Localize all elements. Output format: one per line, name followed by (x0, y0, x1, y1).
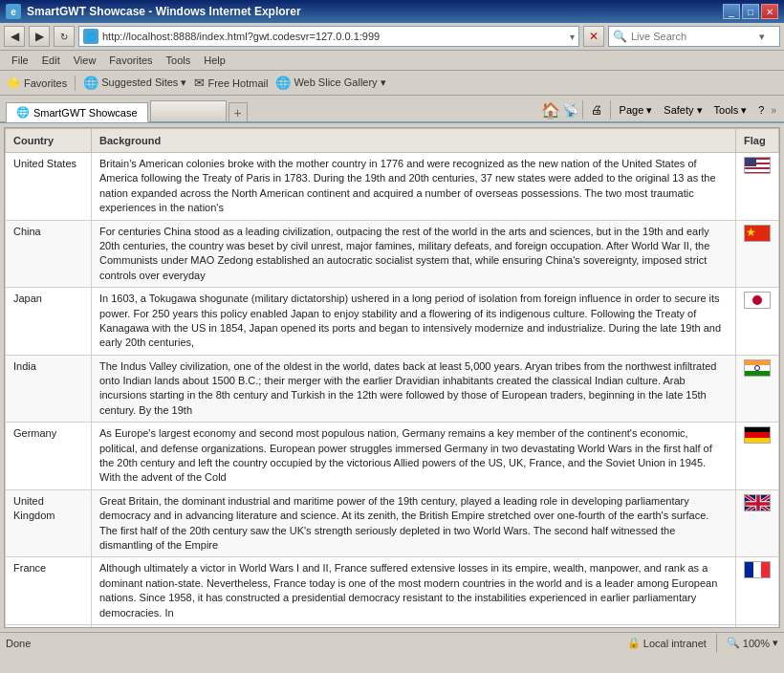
status-zone: 🔒 Local intranet (627, 637, 707, 649)
suggested-sites-button[interactable]: 🌐 Suggested Sites ▾ (83, 76, 186, 90)
flag-china: ★ (744, 225, 771, 242)
table-row: United StatesBritain's American colonies… (6, 153, 779, 221)
search-input[interactable] (631, 31, 755, 42)
background-cell: For centuries China stood as a leading c… (92, 220, 736, 288)
help-button[interactable]: ? (753, 101, 769, 119)
stop-button[interactable]: ✕ (583, 26, 604, 47)
flag-cell (736, 153, 779, 221)
flag-cell: ★ (736, 220, 779, 288)
free-hotmail-button[interactable]: ✉ Free Hotmail (194, 76, 268, 90)
app-icon: e (6, 4, 21, 19)
web-slice-label: Web Slice Gallery ▾ (294, 76, 385, 89)
address-field: 🌐 http://localhost:8888/index.html?gwt.c… (78, 26, 579, 47)
close-button[interactable]: ✕ (761, 4, 778, 19)
tab-empty (150, 100, 227, 121)
zoom-icon: 🔍 (727, 637, 740, 649)
flag-cell (736, 423, 779, 490)
minimize-button[interactable]: _ (723, 4, 740, 19)
toolbar-sep-1 (582, 100, 583, 119)
address-bar-area: ◀ ▶ ↻ 🌐 http://localhost:8888/index.html… (0, 23, 784, 51)
menu-bar: File Edit View Favorites Tools Help (0, 51, 784, 71)
menu-help[interactable]: Help (198, 53, 231, 68)
page-button[interactable]: Page ▾ (615, 101, 658, 119)
country-cell: Italy (6, 624, 92, 628)
tab-smartgwt[interactable]: 🌐 SmartGWT Showcase (6, 102, 148, 122)
country-table: Country Background Flag United StatesBri… (5, 128, 779, 628)
window-title: SmartGWT Showcase - Windows Internet Exp… (27, 5, 301, 18)
maximize-button[interactable]: □ (742, 4, 759, 19)
background-cell: Although ultimately a victor in World Wa… (92, 557, 736, 625)
header-country: Country (6, 129, 92, 153)
menu-file[interactable]: File (6, 53, 34, 68)
search-area: 🔍 ▾ (608, 26, 780, 47)
tab-icon: 🌐 (16, 106, 30, 119)
background-cell: Britain's American colonies broke with t… (92, 153, 736, 221)
background-cell: As Europe's largest economy and second m… (92, 423, 736, 490)
flag-france (744, 561, 771, 578)
menu-favorites[interactable]: Favorites (103, 53, 158, 68)
flag-cell (736, 624, 779, 628)
flag-cell (736, 489, 779, 557)
flag-india (744, 359, 771, 377)
favorites-button[interactable]: ⭐ Favorites (6, 76, 67, 90)
status-sep (716, 634, 717, 653)
forward-button[interactable]: ▶ (29, 26, 50, 47)
home-button[interactable]: 🏠 (541, 101, 560, 119)
country-cell: United Kingdom (6, 489, 92, 557)
flag-cell (736, 557, 779, 625)
table-row: IndiaThe Indus Valley civilization, one … (6, 355, 779, 423)
header-flag: Flag (736, 129, 779, 153)
tools-button[interactable]: Tools ▾ (709, 101, 752, 119)
title-bar: e SmartGWT Showcase - Windows Internet E… (0, 0, 784, 23)
back-button[interactable]: ◀ (4, 26, 25, 47)
url-text[interactable]: http://localhost:8888/index.html?gwt.cod… (102, 31, 566, 42)
zone-icon: 🔒 (627, 637, 641, 649)
flag-cell (736, 288, 779, 356)
zone-text: Local intranet (643, 638, 707, 649)
new-tab-button[interactable]: + (229, 102, 248, 121)
background-cell: In 1603, a Tokugawa shogunate (military … (92, 288, 736, 356)
table-row: ChinaFor centuries China stood as a lead… (6, 220, 779, 288)
flag-japan (744, 292, 771, 309)
hotmail-icon: ✉ (194, 76, 205, 90)
print-button[interactable]: 🖨 (587, 101, 606, 119)
menu-tools[interactable]: Tools (161, 53, 197, 68)
safety-button[interactable]: Safety ▾ (659, 101, 707, 119)
expand-button[interactable]: » (771, 105, 776, 116)
suggested-sites-label: Suggested Sites ▾ (101, 76, 186, 89)
country-cell: France (6, 557, 92, 625)
fav-separator-1 (75, 76, 76, 91)
zoom-area[interactable]: 🔍 100% ▾ (727, 637, 778, 649)
menu-edit[interactable]: Edit (36, 53, 66, 68)
table-row: United KingdomGreat Britain, the dominan… (6, 489, 779, 557)
tab-label: SmartGWT Showcase (33, 107, 138, 119)
header-background: Background (92, 129, 736, 153)
web-slice-icon: 🌐 (275, 76, 291, 90)
table-row: FranceAlthough ultimately a victor in Wo… (6, 557, 779, 625)
suggested-sites-icon: 🌐 (83, 76, 98, 90)
flag-us (744, 157, 771, 174)
search-go-button[interactable]: ▾ (759, 31, 765, 43)
refresh-button[interactable]: ↻ (54, 26, 75, 47)
country-cell: India (6, 355, 92, 423)
live-search-icon: 🔍 (613, 30, 627, 43)
status-right: 🔒 Local intranet 🔍 100% ▾ (627, 634, 778, 653)
favorites-label: Favorites (24, 77, 67, 89)
country-cell: Japan (6, 288, 92, 356)
country-cell: United States (6, 153, 92, 221)
status-bar: Done 🔒 Local intranet 🔍 100% ▾ (0, 632, 784, 653)
window-controls: _ □ ✕ (723, 4, 778, 19)
country-cell: China (6, 220, 92, 288)
status-text: Done (6, 638, 31, 649)
web-slice-gallery-button[interactable]: 🌐 Web Slice Gallery ▾ (275, 76, 385, 90)
background-cell: The Indus Valley civilization, one of th… (92, 355, 736, 423)
hotmail-label: Free Hotmail (207, 77, 268, 89)
content-area[interactable]: Country Background Flag United StatesBri… (4, 127, 780, 628)
page-icon: 🌐 (83, 29, 98, 44)
menu-view[interactable]: View (68, 53, 102, 68)
table-row: ItalyItaly became a nation-state in 1861… (6, 624, 779, 628)
toolbar-sep-2 (610, 100, 611, 119)
table-row: JapanIn 1603, a Tokugawa shogunate (mili… (6, 288, 779, 356)
background-cell: Italy became a nation-state in 1861 when… (92, 624, 736, 628)
feeds-button[interactable]: 📡 (562, 102, 578, 118)
